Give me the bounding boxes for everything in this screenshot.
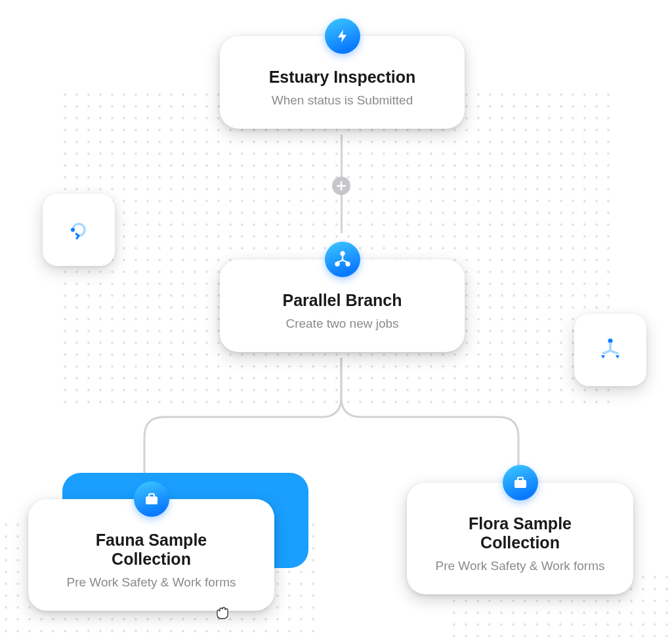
plus-icon [337,181,346,190]
svg-point-2 [346,263,349,266]
job-left-card[interactable]: Fauna Sample Collection Pre Work Safety … [28,499,274,611]
reload-tool-card[interactable] [43,194,115,266]
svg-point-0 [341,252,344,255]
branch-card[interactable]: Parallel Branch Create two new jobs [220,259,465,352]
connector-branch [105,358,564,476]
split-icon [595,334,626,366]
reload-icon [64,215,93,244]
trigger-card[interactable]: Estuary Inspection When status is Submit… [220,36,465,129]
svg-point-5 [71,228,75,232]
trigger-title: Estuary Inspection [246,68,438,87]
job-right-title: Flora Sample Collection [433,514,607,552]
svg-rect-4 [514,480,526,488]
trigger-subtitle: When status is Submitted [246,93,438,108]
branch-icon [325,242,360,277]
job-left-subtitle: Pre Work Safety & Work forms [54,575,248,590]
branch-title: Parallel Branch [246,291,438,310]
job-right-card[interactable]: Flora Sample Collection Pre Work Safety … [407,483,633,594]
svg-rect-3 [146,496,158,504]
briefcase-icon [134,481,169,517]
add-step-button[interactable] [332,177,350,195]
branch-subtitle: Create two new jobs [246,317,438,331]
svg-point-1 [335,263,339,266]
briefcase-icon [503,465,538,500]
job-right-subtitle: Pre Work Safety & Work forms [433,559,607,573]
split-tool-card[interactable] [574,314,646,386]
job-left-title: Fauna Sample Collection [54,531,248,569]
grab-cursor-icon [213,604,230,621]
lightning-icon [325,18,360,54]
